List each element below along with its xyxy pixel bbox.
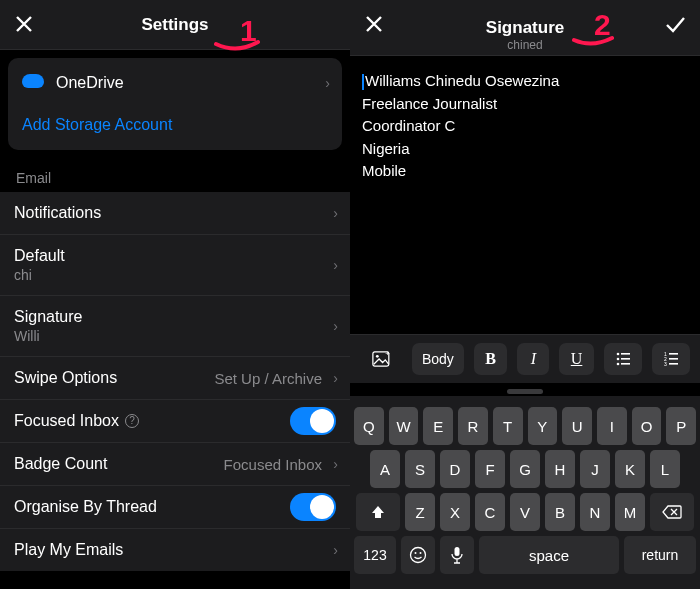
signature-pane: Signature chined Williams Chinedu Osewez… (350, 0, 700, 589)
chevron-right-icon: › (333, 205, 338, 221)
sig-line: Coordinator C (362, 115, 688, 138)
key-u[interactable]: U (562, 407, 592, 445)
key-l[interactable]: L (650, 450, 680, 488)
notifications-row[interactable]: Notifications › (0, 192, 350, 234)
add-storage-label: Add Storage Account (22, 116, 172, 134)
signature-sub: Willi (14, 328, 336, 344)
info-icon[interactable]: ? (125, 414, 139, 428)
confirm-icon[interactable] (664, 14, 686, 38)
default-sub: chi (14, 267, 336, 283)
key-y[interactable]: Y (528, 407, 558, 445)
svg-point-1 (376, 355, 379, 358)
key-row-4: 123 space return (354, 536, 696, 574)
key-w[interactable]: W (389, 407, 419, 445)
svg-point-3 (616, 353, 619, 356)
svg-rect-18 (455, 547, 460, 556)
svg-rect-8 (621, 363, 630, 365)
text-cursor (362, 74, 364, 90)
key-s[interactable]: S (405, 450, 435, 488)
onedrive-label: OneDrive (56, 74, 124, 92)
swipe-row[interactable]: Swipe Options Set Up / Archive › (0, 356, 350, 399)
signature-account: chined (350, 38, 700, 52)
emoji-key[interactable] (401, 536, 435, 574)
dictation-key[interactable] (440, 536, 474, 574)
shift-key[interactable] (356, 493, 400, 531)
organise-row[interactable]: Organise By Thread (0, 485, 350, 528)
default-row[interactable]: Default chi › (0, 234, 350, 295)
key-k[interactable]: K (615, 450, 645, 488)
svg-rect-6 (621, 358, 630, 360)
email-settings-list: Notifications › Default chi › Signature … (0, 192, 350, 571)
signature-title: Signature (486, 18, 564, 38)
notifications-label: Notifications (14, 204, 101, 222)
return-key[interactable]: return (624, 536, 696, 574)
key-r[interactable]: R (458, 407, 488, 445)
key-f[interactable]: F (475, 450, 505, 488)
onedrive-row[interactable]: OneDrive › (8, 62, 342, 104)
backspace-key[interactable] (650, 493, 694, 531)
badge-count-row[interactable]: Badge Count Focused Inbox › (0, 442, 350, 485)
sig-line: Mobile (362, 160, 688, 183)
key-o[interactable]: O (632, 407, 662, 445)
storage-card: OneDrive › Add Storage Account (8, 58, 342, 150)
play-emails-label: Play My Emails (14, 541, 123, 559)
italic-button[interactable]: I (517, 343, 549, 375)
body-style-button[interactable]: Body (412, 343, 464, 375)
signature-header: Signature chined (350, 0, 700, 56)
key-m[interactable]: M (615, 493, 645, 531)
chevron-right-icon: › (325, 75, 330, 91)
space-key[interactable]: space (479, 536, 619, 574)
svg-rect-12 (669, 358, 678, 360)
focused-inbox-label: Focused Inbox (14, 412, 119, 430)
focused-inbox-row[interactable]: Focused Inbox ? (0, 399, 350, 442)
organise-toggle[interactable] (290, 493, 336, 521)
focused-inbox-toggle[interactable] (290, 407, 336, 435)
numbers-key[interactable]: 123 (354, 536, 396, 574)
key-row-1: QWERTYUIOP (354, 407, 696, 445)
underline-button[interactable]: U (559, 343, 593, 375)
swipe-label: Swipe Options (14, 369, 117, 387)
key-e[interactable]: E (423, 407, 453, 445)
key-h[interactable]: H (545, 450, 575, 488)
key-row-2: ASDFGHJKL (354, 450, 696, 488)
settings-pane: Settings OneDrive › Add Storage Account … (0, 0, 350, 589)
sig-line: Freelance Journalist (362, 93, 688, 116)
key-b[interactable]: B (545, 493, 575, 531)
close-icon[interactable] (14, 14, 34, 38)
chevron-right-icon: › (333, 542, 338, 558)
key-i[interactable]: I (597, 407, 627, 445)
key-q[interactable]: Q (354, 407, 384, 445)
chevron-right-icon: › (333, 318, 338, 334)
svg-rect-4 (621, 353, 630, 355)
key-d[interactable]: D (440, 450, 470, 488)
default-label: Default (14, 247, 336, 265)
key-z[interactable]: Z (405, 493, 435, 531)
key-x[interactable]: X (440, 493, 470, 531)
add-storage-row[interactable]: Add Storage Account (8, 104, 342, 146)
key-v[interactable]: V (510, 493, 540, 531)
svg-point-17 (420, 552, 422, 554)
close-icon[interactable] (364, 14, 384, 38)
key-n[interactable]: N (580, 493, 610, 531)
svg-text:3: 3 (664, 361, 667, 366)
key-c[interactable]: C (475, 493, 505, 531)
key-p[interactable]: P (666, 407, 696, 445)
key-row-3: ZXCVBNM (354, 493, 696, 531)
key-g[interactable]: G (510, 450, 540, 488)
signature-editor[interactable]: Williams Chinedu Osewezina Freelance Jou… (350, 56, 700, 334)
keyboard: QWERTYUIOP ASDFGHJKL ZXCVBNM 123 space r… (350, 396, 700, 589)
key-j[interactable]: J (580, 450, 610, 488)
bold-button[interactable]: B (474, 343, 507, 375)
bullet-list-button[interactable] (604, 343, 642, 375)
chevron-right-icon: › (333, 456, 338, 472)
badge-count-detail: Focused Inbox (224, 456, 322, 473)
insert-image-icon[interactable]: + (360, 343, 402, 375)
key-a[interactable]: A (370, 450, 400, 488)
badge-count-label: Badge Count (14, 455, 107, 473)
organise-label: Organise By Thread (14, 498, 157, 516)
key-t[interactable]: T (493, 407, 523, 445)
play-emails-row[interactable]: Play My Emails › (0, 528, 350, 571)
signature-row[interactable]: Signature Willi › (0, 295, 350, 356)
numbered-list-button[interactable]: 123 (652, 343, 690, 375)
keyboard-grabber[interactable] (507, 389, 543, 394)
